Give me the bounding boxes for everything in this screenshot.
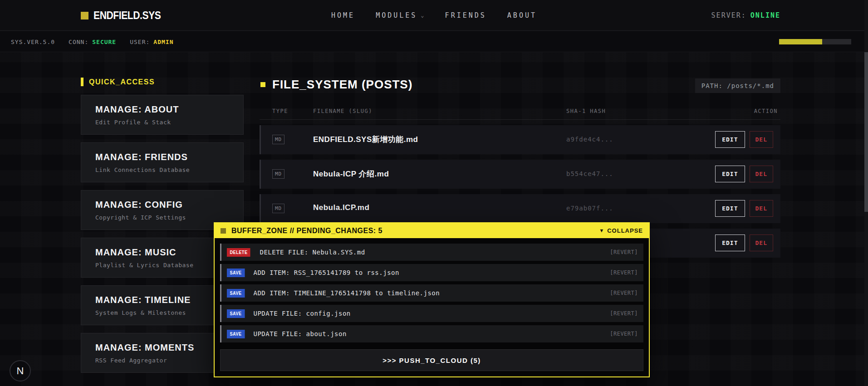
yellow-bar-icon	[81, 78, 83, 86]
conn-value: SECURE	[92, 39, 116, 45]
file-name: Nebula.ICP.md	[313, 203, 369, 212]
save-badge: SAVE	[227, 309, 245, 318]
column-header-type: TYPE	[272, 108, 288, 114]
column-header-action: ACTION	[754, 108, 778, 114]
n-logo-icon: N	[17, 365, 24, 377]
collapse-label: COLLAPSE	[607, 227, 643, 234]
change-description: DELETE FILE: Nebula.SYS.md	[260, 249, 365, 256]
progress-bar	[779, 39, 851, 44]
column-header-hash: SHA-1 HASH	[566, 108, 606, 114]
progress-bar-fill	[779, 39, 822, 44]
nav-item-modules[interactable]: MODULES ⌄	[376, 11, 424, 20]
delete-button[interactable]: DEL	[750, 166, 773, 182]
revert-button[interactable]: [REVERT]	[610, 310, 638, 317]
list-item-update-about: SAVE UPDATE FILE: about.json [REVERT]	[220, 325, 643, 342]
file-hash: b554ce47...	[566, 170, 613, 177]
edit-button[interactable]: EDIT	[715, 131, 745, 148]
card-subtitle: Link Connections Database	[95, 166, 243, 173]
nav-item-friends[interactable]: FRIENDS	[445, 11, 486, 20]
dark-square-icon	[221, 228, 226, 234]
row-actions: EDIT DEL	[715, 131, 773, 148]
file-system-header: FILE_SYSTEM (POSTS) PATH: /posts/*.md	[260, 78, 780, 92]
file-name: ENDFIELD.SYS新增功能.md	[313, 134, 418, 145]
sidebar-item-manage-about[interactable]: MANAGE: ABOUT Edit Profile & Stack	[81, 95, 244, 135]
user-status: USER: ADMIN	[130, 39, 173, 45]
page-title: FILE_SYSTEM (POSTS)	[272, 78, 412, 92]
pending-changes-list: DELETE DELETE FILE: Nebula.SYS.md [REVER…	[215, 238, 649, 376]
table-row: MD Nebula-ICP 介绍.md b554ce47... EDIT DEL	[260, 160, 780, 189]
card-title: MANAGE: CONFIG	[95, 200, 243, 210]
quick-access-title: QUICK_ACCESS	[89, 78, 155, 86]
delete-button[interactable]: DEL	[750, 200, 773, 217]
edit-button[interactable]: EDIT	[715, 166, 745, 182]
revert-button[interactable]: [REVERT]	[610, 249, 638, 255]
list-item-delete-file: DELETE DELETE FILE: Nebula.SYS.md [REVER…	[220, 244, 643, 261]
delete-button[interactable]: DEL	[750, 235, 773, 251]
change-description: ADD ITEM: TIMELINE_1765141798 to timelin…	[254, 289, 440, 297]
server-label: SERVER:	[711, 11, 746, 20]
card-title: MANAGE: ABOUT	[95, 104, 243, 115]
list-item-add-rss: SAVE ADD ITEM: RSS_1765141789 to rss.jso…	[220, 264, 643, 281]
nav-item-home[interactable]: HOME	[331, 11, 355, 20]
main-nav: HOME MODULES ⌄ FRIENDS ABOUT	[331, 0, 537, 31]
edit-button[interactable]: EDIT	[715, 235, 745, 251]
nav-about-label: ABOUT	[507, 11, 537, 20]
collapse-button[interactable]: ▼ COLLAPSE	[600, 227, 643, 234]
buffer-zone-footer: >>> PUSH_TO_CLOUD (5)	[220, 348, 643, 371]
triangle-down-icon: ▼	[600, 228, 603, 234]
list-item-add-timeline: SAVE ADD ITEM: TIMELINE_1765141798 to ti…	[220, 284, 643, 302]
server-status: SERVER: ONLINE	[711, 0, 780, 31]
card-title: MANAGE: FRIENDS	[95, 152, 243, 162]
conn-label: CONN:	[69, 39, 88, 45]
brand[interactable]: ENDFIELD.SYS	[81, 0, 170, 31]
save-badge: SAVE	[227, 269, 245, 277]
nav-item-about[interactable]: ABOUT	[507, 11, 537, 20]
card-subtitle: Edit Profile & Stack	[95, 119, 243, 126]
nav-friends-label: FRIENDS	[445, 11, 486, 20]
row-actions: EDIT DEL	[715, 235, 773, 251]
push-to-cloud-button[interactable]: >>> PUSH_TO_CLOUD (5)	[220, 349, 643, 371]
table-row: MD ENDFIELD.SYS新增功能.md a9fde4c4... EDIT …	[260, 125, 780, 154]
table-row: MD Nebula.ICP.md e79ab07f... EDIT DEL	[260, 194, 780, 223]
card-subtitle: Copyright & ICP Settings	[95, 214, 243, 221]
yellow-square-icon	[260, 82, 265, 87]
revert-button[interactable]: [REVERT]	[610, 331, 638, 337]
nav-modules-label: MODULES	[376, 11, 417, 20]
chevron-down-icon: ⌄	[421, 12, 424, 19]
system-status-bar: SYS.VER.5.0 CONN: SECURE USER: ADMIN	[0, 31, 868, 52]
nav-home-label: HOME	[331, 11, 355, 20]
file-hash: a9fde4c4...	[566, 136, 613, 143]
brand-square-icon	[81, 12, 88, 20]
delete-button[interactable]: DEL	[750, 131, 773, 148]
file-type-badge: MD	[272, 169, 284, 179]
row-actions: EDIT DEL	[715, 200, 773, 217]
buffer-zone-modal: BUFFER_ZONE // PENDING_CHANGES: 5 ▼ COLL…	[214, 222, 650, 377]
table-header-row: TYPE FILENAME (SLUG) SHA-1 HASH ACTION	[260, 108, 780, 120]
system-version: SYS.VER.5.0	[11, 39, 55, 45]
floating-n-logo-button[interactable]: N	[10, 360, 31, 381]
scrollbar-thumb[interactable]	[864, 52, 868, 212]
revert-button[interactable]: [REVERT]	[610, 290, 638, 296]
change-description: ADD ITEM: RSS_1765141789 to rss.json	[254, 269, 399, 276]
server-status-value: ONLINE	[750, 11, 780, 20]
save-badge: SAVE	[227, 289, 245, 298]
save-badge: SAVE	[227, 330, 245, 338]
sidebar-item-manage-friends[interactable]: MANAGE: FRIENDS Link Connections Databas…	[81, 142, 244, 182]
revert-button[interactable]: [REVERT]	[610, 269, 638, 276]
page-scrollbar[interactable]	[864, 0, 868, 386]
edit-button[interactable]: EDIT	[715, 200, 745, 217]
user-value: ADMIN	[153, 39, 173, 45]
file-hash: e79ab07f...	[566, 205, 613, 212]
change-description: UPDATE FILE: about.json	[254, 330, 347, 337]
list-item-update-config: SAVE UPDATE FILE: config.json [REVERT]	[220, 305, 643, 322]
status-info: SYS.VER.5.0 CONN: SECURE USER: ADMIN	[11, 31, 173, 52]
row-actions: EDIT DEL	[715, 166, 773, 182]
top-header-bar: ENDFIELD.SYS HOME MODULES ⌄ FRIENDS ABOU…	[0, 0, 868, 31]
connection-status: CONN: SECURE	[69, 39, 116, 45]
buffer-zone-title: BUFFER_ZONE // PENDING_CHANGES: 5	[231, 227, 383, 235]
path-badge: PATH: /posts/*.md	[695, 78, 780, 93]
file-type-badge: MD	[272, 204, 284, 213]
progress-bar-track	[822, 39, 851, 44]
file-name: Nebula-ICP 介绍.md	[313, 169, 389, 179]
delete-badge: DELETE	[227, 248, 250, 257]
